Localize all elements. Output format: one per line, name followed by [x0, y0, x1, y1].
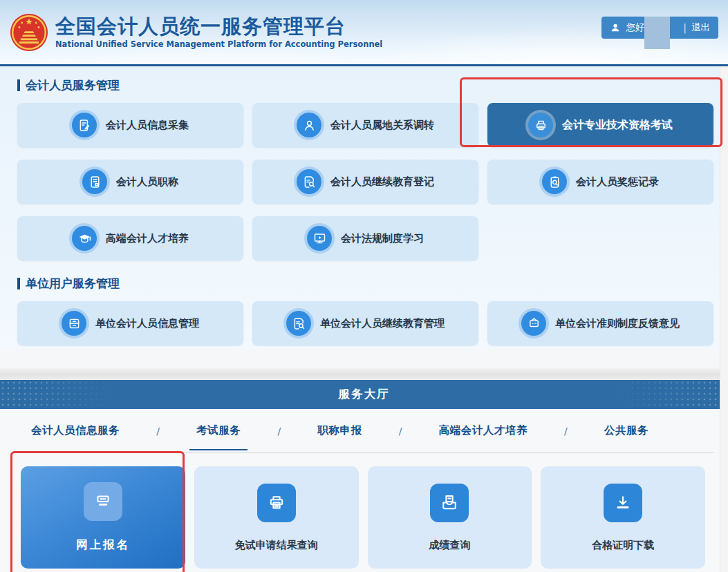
printer-icon: [257, 484, 296, 522]
card-info-collection[interactable]: 会计人员信息采集: [17, 103, 243, 147]
national-emblem-logo: [10, 13, 48, 52]
title-bar-icon: [17, 278, 20, 289]
scrollbar[interactable]: [720, 66, 728, 572]
tab-public-service[interactable]: 公共服务: [604, 409, 648, 452]
title-bar-icon: [17, 79, 20, 91]
download-icon: [604, 484, 642, 522]
registration-drawer-icon: [84, 482, 122, 521]
user-menu[interactable]: 您好, | 退出: [601, 17, 718, 39]
card-unit-info-management[interactable]: 单位会计人员信息管理: [17, 301, 243, 345]
hall-card-score-query[interactable]: 成绩查询: [368, 466, 532, 569]
user-icon: [610, 22, 621, 33]
divider-strip: [0, 368, 728, 380]
section-title-personnel: 会计人员服务管理: [17, 77, 713, 93]
tab-elite-training[interactable]: 高端会计人才培养: [439, 409, 528, 452]
card-continuing-education[interactable]: 会计人员继续教育登记: [252, 160, 478, 204]
card-title[interactable]: 会计人员职称: [17, 160, 243, 204]
card-law-study[interactable]: 会计法规制度学习: [252, 216, 478, 260]
brand: 全国会计人员统一服务管理平台 National Unified Service …: [10, 13, 382, 52]
doc-search-icon: [297, 169, 321, 194]
service-hall-tabs: 会计人员信息服务 / 考试服务 / 职称申报 / 高端会计人才培养 / 公共服务: [17, 409, 714, 453]
tab-info-service[interactable]: 会计人员信息服务: [31, 409, 120, 452]
exam-print-icon: [528, 113, 553, 137]
graduation-cap-icon: [72, 226, 97, 251]
section-title-unit: 单位用户服务管理: [17, 276, 713, 292]
hall-card-certificate-download[interactable]: 合格证明下载: [541, 466, 705, 569]
card-elite-training[interactable]: 高端会计人才培养: [17, 216, 243, 260]
logout-button[interactable]: 退出: [691, 21, 710, 34]
hall-card-exemption-result[interactable]: 免试申请结果查询: [194, 466, 359, 569]
tab-exam-service[interactable]: 考试服务: [196, 409, 241, 452]
banner-dots-right: [597, 380, 728, 409]
certificate-doc-icon: [82, 169, 107, 194]
redacted-username: [644, 17, 670, 49]
service-hall: 会计人员信息服务 / 考试服务 / 职称申报 / 高端会计人才培养 / 公共服务…: [0, 409, 728, 569]
form-edit-icon: [72, 113, 97, 137]
clipboard-search-icon: [542, 169, 567, 194]
card-professional-exam[interactable]: 会计专业技术资格考试: [487, 103, 713, 147]
tab-title-declaration[interactable]: 职称申报: [318, 409, 362, 452]
tab-separator: /: [564, 409, 568, 452]
person-location-icon: [297, 113, 321, 137]
platform-title: 全国会计人员统一服务管理平台: [55, 15, 382, 38]
doc-search-icon: [286, 311, 311, 336]
score-inbox-icon: [430, 484, 469, 522]
platform-subtitle: National Unified Service Management Plat…: [55, 39, 382, 49]
unit-card-grid: 单位会计人员信息管理 单位会计人员继续教育管理 单位会计准则制度反馈意见: [17, 301, 713, 345]
tab-separator: /: [156, 409, 160, 452]
service-hall-title: 服务大厅: [339, 387, 390, 402]
card-residence-transfer[interactable]: 会计人员属地关系调转: [252, 103, 478, 147]
header: 全国会计人员统一服务管理平台 National Unified Service …: [0, 0, 728, 66]
service-management-area: 会计人员服务管理 会计人员信息采集 会计人员属地关系调转 会计专业技术资格考试 …: [0, 66, 728, 349]
archive-drawer-icon: [62, 311, 86, 336]
tab-separator: /: [278, 409, 281, 452]
service-hall-banner: 服务大厅: [0, 380, 728, 409]
platform-titles: 全国会计人员统一服务管理平台 National Unified Service …: [55, 15, 382, 49]
banner-dots-left: [0, 380, 131, 409]
section-gap: [0, 349, 728, 368]
card-reward-punishment[interactable]: 会计人员奖惩记录: [487, 160, 713, 204]
personnel-card-grid: 会计人员信息采集 会计人员属地关系调转 会计专业技术资格考试 会计人员职称 会计…: [17, 103, 713, 260]
feedback-sign-icon: [521, 311, 546, 336]
divider: |: [683, 22, 687, 33]
tab-separator: /: [399, 409, 402, 452]
hall-card-online-registration[interactable]: 网上报名: [21, 466, 185, 569]
card-unit-feedback[interactable]: 单位会计准则制度反馈意见: [487, 301, 713, 345]
screen-play-icon: [307, 226, 332, 251]
card-unit-continuing-education[interactable]: 单位会计人员继续教育管理: [252, 301, 478, 345]
hall-card-grid: 网上报名 免试申请结果查询 成绩查询 合格证明下载: [21, 466, 705, 569]
